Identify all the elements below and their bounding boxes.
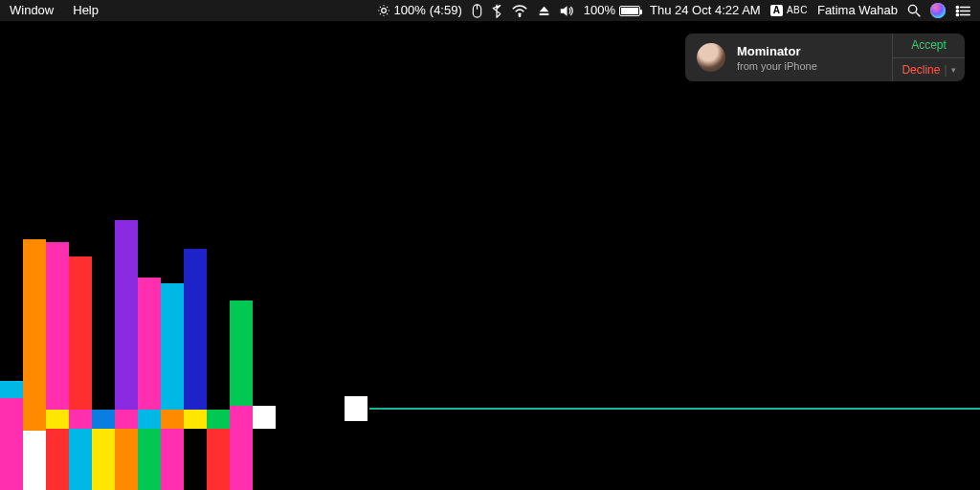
status-battery[interactable]: 100% [584,0,640,21]
input-badge: A [770,5,783,16]
visualizer-bar [23,239,46,431]
brightness-icon [377,4,390,17]
visualizer-bar [46,242,69,410]
svg-point-11 [956,13,958,15]
audio-visualizer [0,21,980,490]
svg-point-0 [381,9,386,13]
visualizer-bar [138,410,161,429]
visualizer-bar [138,278,161,410]
battery-icon [619,6,640,16]
visualizer-bar [69,429,92,490]
menubar-right: 100% (4:59) 100% [377,0,976,21]
svg-line-6 [916,12,920,16]
status-datetime[interactable]: Thu 24 Oct 4:22 AM [650,0,761,21]
visualizer-bar [345,396,368,421]
visualizer-bar [161,410,184,429]
svg-point-9 [956,10,958,11]
visualizer-bar [92,429,115,490]
menubar-left: Window Help [0,0,108,21]
visualizer-bar [0,398,23,490]
visualizer-bar [161,283,184,410]
volume-icon[interactable] [560,5,574,17]
visualizer-bar [115,410,138,429]
menu-window[interactable]: Window [0,0,63,21]
svg-point-7 [956,6,958,8]
brightness-pct: 100% [394,0,426,21]
visualizer-bar [115,429,138,490]
svg-point-5 [908,5,916,12]
visualizer-bar [207,410,230,429]
visualizer-bar [230,406,253,490]
notification-center-icon[interactable] [955,5,970,17]
visualizer-bar [46,429,69,490]
visualizer-bar [69,256,92,410]
visualizer-bar [69,410,92,429]
visualizer-baseline [369,408,980,410]
menubar: Window Help 100% (4:59) [0,0,980,21]
siri-icon[interactable] [930,3,946,18]
menu-help[interactable]: Help [63,0,108,21]
visualizer-bar [115,220,138,410]
visualizer-bar [184,410,207,429]
status-brightness[interactable]: 100% (4:59) [377,0,462,21]
brightness-time: (4:59) [430,0,462,21]
visualizer-bar [184,249,207,410]
visualizer-bar [253,406,276,429]
visualizer-bar [207,429,230,490]
bluetooth-icon[interactable] [492,4,501,18]
visualizer-bar [23,431,46,490]
visualizer-bar [92,410,115,429]
visualizer-bar [0,381,23,398]
visualizer-bar [161,429,184,490]
wifi-icon[interactable] [511,5,528,17]
visualizer-bar [46,410,69,429]
status-username[interactable]: Fatima Wahab [817,0,898,21]
svg-point-3 [519,14,520,15]
input-mode: ABC [787,0,808,21]
eject-icon[interactable] [538,5,550,17]
svg-rect-4 [539,12,548,14]
mouse-icon[interactable] [472,4,482,18]
spotlight-icon[interactable] [907,4,921,17]
battery-pct: 100% [584,0,615,21]
status-input-source[interactable]: A ABC [770,0,808,21]
visualizer-bar [230,301,253,406]
visualizer-bar [138,429,161,490]
